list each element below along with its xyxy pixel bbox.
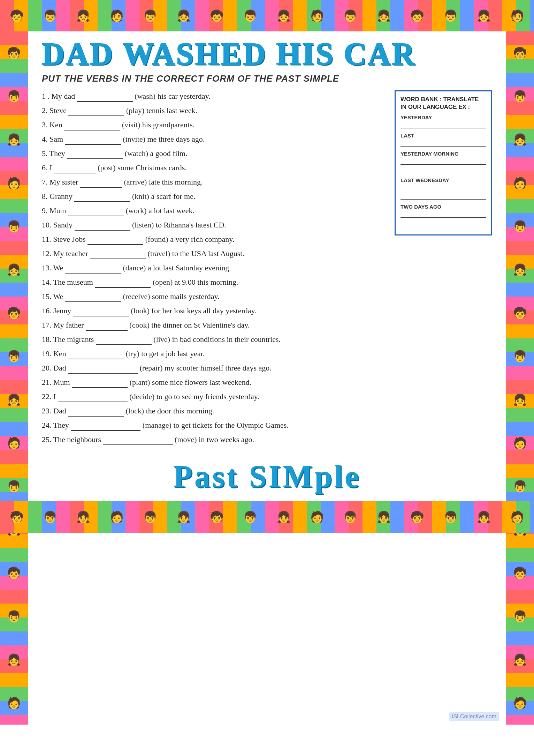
wb-line-1[interactable] — [400, 121, 486, 128]
right-fig-16: 🧑 — [513, 696, 527, 710]
ex14-before: The museum — [53, 278, 95, 286]
ex7-before: My sister — [49, 178, 80, 186]
word-bank-row-3: YESTERDAY MORNING — [400, 151, 486, 173]
ex22-blank[interactable] — [58, 395, 128, 402]
exercise-25: 25. The neighbours (move) in two weeks a… — [42, 434, 384, 445]
exercise-16: 16. Jenny (look) for her lost keys all d… — [42, 305, 384, 316]
exercise-2: 2. Steve (play) tennis last week. — [42, 105, 384, 116]
ex23-num: 23. — [42, 406, 52, 415]
left-fig-1: 🧒 — [7, 46, 21, 60]
ex5-after: a good film. — [150, 149, 188, 158]
ex23-blank[interactable] — [68, 409, 124, 417]
left-fig-16: 🧑 — [7, 696, 21, 710]
ex6-before: I — [49, 163, 54, 172]
exercise-4: 4. Sam (invite) me three days ago. — [42, 133, 384, 145]
left-fig-2: 👦 — [7, 90, 21, 103]
bot-figure-7: 🧒 — [210, 510, 224, 524]
ex11-num: 11. — [42, 235, 51, 244]
word-bank-row-4: LAST WEDNESDAY — [400, 177, 486, 200]
wb-line-3b[interactable] — [400, 166, 486, 173]
ex4-blank[interactable] — [65, 137, 121, 145]
bottom-figure-row: 🧒 👦 👧 🧑 👦 👧 🧒 👦 👧 🧑 👦 👧 🧒 👦 👧 🧑 — [0, 501, 534, 533]
ex8-num: 8. — [42, 192, 48, 201]
ex21-before: Mum — [53, 378, 72, 387]
ex11-blank[interactable] — [87, 237, 143, 245]
ex24-blank[interactable] — [71, 423, 140, 431]
ex5-num: 5. — [42, 149, 48, 158]
ex13-blank[interactable] — [65, 266, 121, 274]
wb-line-2[interactable] — [400, 140, 486, 147]
ex2-verb: (play) — [126, 106, 145, 115]
right-fig-4: 🧑 — [513, 177, 527, 190]
exercise-19: 19. Ken (try) to get a job last year. — [42, 348, 384, 359]
ex17-blank[interactable] — [86, 323, 128, 331]
wb-line-3a[interactable] — [400, 158, 486, 165]
exercise-24: 24. They (manage) to get tickets for the… — [42, 419, 384, 431]
ex6-blank[interactable] — [54, 166, 96, 173]
word-bank-row-2: LAST — [400, 133, 486, 147]
left-fig-13: 🧒 — [7, 566, 21, 579]
ex6-after: some Christmas cards. — [117, 163, 187, 172]
exercise-6: 6. I (post) some Christmas cards. — [42, 162, 384, 173]
ex21-blank[interactable] — [72, 380, 128, 388]
ex15-blank[interactable] — [65, 294, 121, 302]
subtitle: PUT THE VERBS IN THE CORRECT FORM OF THE… — [42, 73, 492, 84]
ex3-before: Ken — [49, 120, 64, 129]
ex10-blank[interactable] — [75, 223, 130, 231]
ex17-after: the dinner on St Valentine's day. — [151, 321, 250, 329]
ex7-blank[interactable] — [80, 180, 122, 188]
ex6-verb: (post) — [98, 163, 115, 172]
ex15-verb: (receive) — [123, 292, 150, 301]
ex8-blank[interactable] — [74, 194, 130, 202]
ex25-blank[interactable] — [103, 437, 173, 445]
ex16-verb: (look) — [131, 306, 150, 315]
watermark: iSLCollective.com — [449, 712, 499, 721]
ex3-blank[interactable] — [64, 123, 120, 130]
ex12-verb: (travel) — [148, 249, 170, 258]
ex1-blank[interactable] — [77, 94, 133, 102]
ex15-before: We — [53, 292, 65, 301]
ex18-verb: (live) — [153, 335, 170, 344]
ex9-blank[interactable] — [68, 209, 124, 216]
ex13-after: a lot last Saturday evening. — [148, 263, 231, 272]
ex18-blank[interactable] — [96, 337, 152, 345]
ex4-before: Sam — [49, 135, 65, 143]
content-area: DAD WASHED HIS CAR PUT THE VERBS IN THE … — [28, 31, 506, 501]
left-fig-6: 👧 — [7, 263, 21, 276]
wb-line-4b[interactable] — [400, 193, 486, 200]
bot-figure-8: 👦 — [243, 510, 257, 524]
wb-line-5a[interactable] — [400, 211, 486, 218]
ex13-before: We — [53, 263, 65, 272]
word-bank-title: WORD BANK : TRANSLATE IN OUR LANGUAGE EX… — [400, 96, 486, 111]
ex19-before: Ken — [53, 349, 68, 358]
ex7-num: 7. — [42, 178, 48, 186]
ex5-blank[interactable] — [67, 151, 123, 159]
right-fig-6: 👧 — [513, 263, 527, 276]
left-fig-15: 👧 — [7, 653, 21, 666]
ex20-verb: (repair) — [140, 364, 163, 372]
bot-figure-10: 🧑 — [310, 510, 324, 524]
ex10-before: Sandy — [53, 220, 75, 229]
wb-label-1: YESTERDAY — [400, 114, 486, 120]
ex9-after: a lot last week. — [148, 206, 194, 215]
bot-figure-12: 👧 — [377, 510, 391, 524]
ex17-num: 17. — [42, 321, 52, 329]
word-bank-row-1: YESTERDAY — [400, 114, 486, 128]
exercise-14: 14. The museum (open) at 9.00 this morni… — [42, 276, 384, 288]
ex14-num: 14. — [42, 278, 52, 286]
ex12-blank[interactable] — [90, 252, 146, 259]
ex16-blank[interactable] — [73, 309, 129, 316]
ex15-num: 15. — [42, 292, 52, 301]
left-fig-11: 👦 — [7, 480, 21, 493]
wb-line-5b[interactable] — [400, 219, 486, 226]
ex2-blank[interactable] — [68, 108, 124, 116]
ex19-blank[interactable] — [68, 352, 124, 359]
wb-line-4a[interactable] — [400, 184, 486, 191]
exercise-7: 7. My sister (arrive) late this morning. — [42, 176, 384, 188]
exercise-18: 18. The migrants (live) in bad condition… — [42, 334, 384, 345]
bot-figure-2: 👦 — [43, 510, 57, 524]
bottom-title: Past SIMple — [42, 458, 492, 494]
exercise-23: 23. Dad (lock) the door this morning. — [42, 405, 384, 417]
ex20-blank[interactable] — [68, 366, 138, 374]
ex14-blank[interactable] — [95, 280, 151, 288]
